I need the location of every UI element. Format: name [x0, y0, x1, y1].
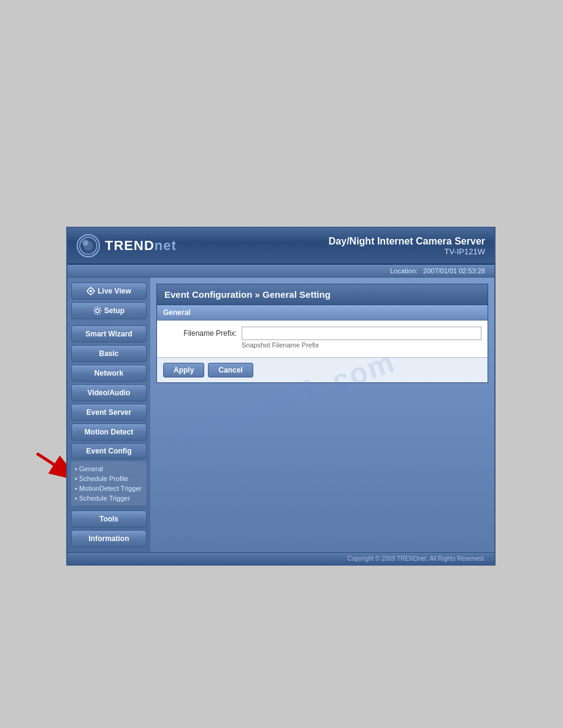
sidebar-item-basic[interactable]: Basic	[71, 345, 147, 362]
filename-prefix-input-area: Snapshot Filename Prefix	[242, 327, 481, 349]
svg-point-15	[93, 310, 94, 311]
sidebar-item-event-server[interactable]: Event Server	[71, 404, 147, 421]
content-panel: Event Configuration » General Setting Ge…	[156, 284, 488, 383]
header-title: Day/Night Internet Camera Server	[329, 236, 485, 247]
header-subtitle: TV-IP121W	[329, 247, 485, 256]
sidebar-item-tools[interactable]: Tools	[71, 510, 147, 528]
section-header: General	[157, 305, 488, 320]
sidebar-item-motion-detect[interactable]: Motion Detect	[71, 423, 147, 441]
svg-point-14	[97, 314, 98, 315]
svg-point-7	[90, 290, 92, 292]
setup-icon	[93, 306, 102, 315]
svg-point-5	[82, 240, 88, 246]
page-title: Event Configuration » General Setting	[164, 289, 480, 300]
svg-point-13	[97, 306, 98, 308]
footer: Copyright © 2009 TRENDnet. All Rights Re…	[67, 552, 494, 564]
cancel-button[interactable]: Cancel	[208, 363, 253, 377]
live-view-icon	[86, 287, 95, 295]
svg-point-17	[94, 308, 96, 309]
form-area: Filename Prefix: Snapshot Filename Prefi…	[157, 320, 488, 357]
svg-point-19	[99, 308, 101, 309]
header-right: Day/Night Internet Camera Server TV-IP12…	[329, 236, 485, 256]
live-view-button[interactable]: Live View	[71, 282, 147, 300]
sub-item-motion-detect-trigger[interactable]: • MotionDetect Trigger	[75, 483, 143, 493]
copyright-text: Copyright © 2009 TRENDnet. All Rights Re…	[347, 555, 485, 562]
main-content: Live View Setup	[67, 278, 494, 552]
logo-text: TRENDnet	[105, 238, 177, 254]
svg-point-12	[96, 309, 99, 313]
svg-point-16	[101, 310, 102, 311]
sub-item-general[interactable]: • General	[75, 464, 143, 474]
sub-item-schedule-trigger[interactable]: • Schedule Trigger	[75, 493, 143, 503]
setup-button[interactable]: Setup	[71, 302, 147, 319]
sidebar-item-event-config[interactable]: Event Config	[71, 443, 147, 459]
header: TRENDnet Day/Night Internet Camera Serve…	[67, 228, 494, 265]
location-label: Location:	[390, 267, 418, 275]
content-header: Event Configuration » General Setting	[157, 284, 488, 305]
svg-point-20	[94, 313, 96, 314]
location-bar: Location: 2007/01/01 02:53:28	[67, 265, 494, 278]
sidebar-item-network[interactable]: Network	[71, 365, 147, 382]
filename-prefix-label: Filename Prefix:	[163, 327, 237, 338]
sidebar-item-video-audio[interactable]: Video/Audio	[71, 384, 147, 401]
location-value: 2007/01/01 02:53:28	[423, 267, 485, 275]
apply-button[interactable]: Apply	[163, 363, 204, 377]
sidebar-item-information[interactable]: Information	[71, 530, 147, 547]
trendnet-logo-icon	[77, 234, 100, 257]
filename-prefix-row: Filename Prefix: Snapshot Filename Prefi…	[163, 327, 481, 349]
sub-item-schedule-profile[interactable]: • Schedule Profile	[75, 474, 143, 483]
section-label: General	[163, 308, 481, 317]
button-row: Apply Cancel	[157, 357, 488, 382]
svg-point-18	[99, 313, 101, 314]
event-config-sub-items: • General • Schedule Profile • MotionDet…	[71, 461, 147, 506]
logo-area: TRENDnet	[77, 234, 177, 257]
sidebar: Live View Setup	[67, 278, 150, 552]
sidebar-top-buttons: Live View Setup	[71, 282, 147, 319]
filename-prefix-hint: Snapshot Filename Prefix	[242, 341, 481, 349]
content-area: Event Configuration » General Setting Ge…	[150, 278, 494, 552]
filename-prefix-input[interactable]	[242, 327, 481, 340]
sidebar-item-smart-wizard[interactable]: Smart Wizard	[71, 325, 147, 343]
